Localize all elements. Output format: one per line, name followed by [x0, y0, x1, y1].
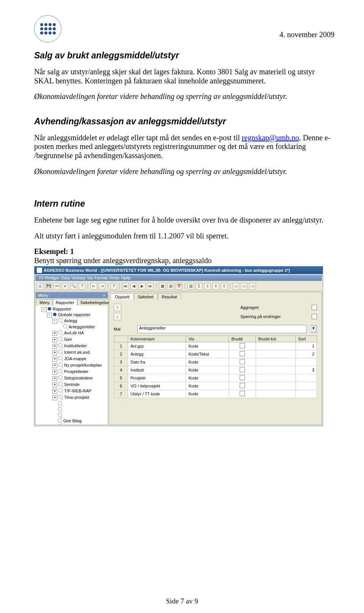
- export1-icon[interactable]: ⇪: [204, 283, 211, 290]
- paragraph: Når salg av utstyr/anlegg skjer skal det…: [34, 67, 334, 85]
- menu-item[interactable]: Verktøy: [71, 276, 85, 280]
- university-logo: [34, 15, 61, 42]
- sum-icon[interactable]: Σ: [196, 283, 202, 290]
- table-row[interactable]: 2AnleggKode/Tekst2: [114, 350, 317, 358]
- section-title-intern: Intern rutine: [34, 199, 334, 209]
- menu-item[interactable]: Format: [94, 276, 108, 280]
- indent-right-icon[interactable]: ⇥: [99, 283, 105, 290]
- grid-icon[interactable]: ▤: [167, 283, 174, 290]
- example-line: Eksempel: 1 Benytt spørring under anlegg…: [34, 247, 334, 265]
- next-icon[interactable]: ▶: [139, 283, 146, 290]
- table-row[interactable]: 1Anl.grpKode1: [114, 342, 317, 350]
- sperring-checkbox[interactable]: [312, 314, 317, 319]
- paragraph-italic: Økonomiavdelingen foretar videre behandl…: [34, 92, 334, 101]
- first-icon[interactable]: ⏮: [122, 283, 129, 290]
- mal-label: Mal: [114, 327, 133, 331]
- agresso-screenshot: AGRESSO Business World - [(UNIVERSITETET…: [34, 266, 323, 426]
- side-tab-meny[interactable]: Meny: [36, 299, 53, 306]
- panel1-icon[interactable]: ▭: [232, 283, 239, 290]
- help-icon[interactable]: ?: [78, 283, 85, 290]
- aggregert-label: Aggregert: [240, 305, 309, 310]
- zoom-icon[interactable]: 🔍: [70, 283, 77, 290]
- menu-item[interactable]: Fil: [39, 276, 44, 280]
- text: Når anleggsmiddelet er ødelagt eller tap…: [34, 133, 242, 142]
- example-text: Benytt spørring under anleggsverdiregnsk…: [34, 256, 212, 265]
- table-row[interactable]: 3Dato fraKode: [114, 358, 317, 366]
- check-icon[interactable]: ✔: [62, 283, 69, 290]
- prev-icon[interactable]: ◀: [130, 283, 137, 290]
- table-row[interactable]: 6VO / delprosjektKode: [114, 382, 317, 390]
- arrow-up-button[interactable]: ↑: [114, 304, 121, 311]
- inner-menubar: Fil Rediger Data Verktøy Vis Format Vind…: [35, 275, 322, 281]
- indent-left-icon[interactable]: ⇤: [90, 283, 97, 290]
- side-tab-soke[interactable]: Søkebetingelser: [77, 299, 114, 306]
- menu-item[interactable]: Hjelp: [121, 276, 131, 280]
- close-icon[interactable]: ×: [103, 293, 105, 298]
- main-tab-sokebet[interactable]: Søkebet: [134, 293, 158, 300]
- last-icon[interactable]: ⏭: [147, 283, 154, 290]
- chevron-down-icon[interactable]: ▾: [311, 325, 317, 333]
- menu-item[interactable]: Vis: [87, 276, 93, 280]
- panel3-icon[interactable]: ▭: [249, 283, 256, 290]
- print-icon[interactable]: ⎙: [37, 283, 44, 290]
- help2-icon[interactable]: ?: [110, 283, 117, 290]
- save-icon[interactable]: 💾: [45, 283, 52, 290]
- section-title-avhending: Avhending/kassasjon av anleggsmiddel/uts…: [34, 116, 334, 127]
- app-icon: [37, 268, 42, 273]
- main-panel: Oppsett Søkebet Resultat ↑ Aggregert ↓ S…: [109, 292, 322, 425]
- side-title: Meny: [38, 293, 48, 298]
- menu-item[interactable]: Vindu: [109, 276, 120, 280]
- example-label: Eksempel: 1: [34, 247, 74, 256]
- aggregert-checkbox[interactable]: [312, 305, 317, 310]
- cal-icon[interactable]: 📅: [176, 283, 182, 290]
- arrow-down-button[interactable]: ↓: [114, 313, 121, 320]
- export2-icon[interactable]: ⇪: [212, 283, 219, 290]
- table-row[interactable]: 5ProsjektKode: [114, 374, 317, 382]
- panel2-icon[interactable]: ▭: [241, 283, 248, 290]
- paragraph: Når anleggsmiddelet er ødelagt eller tap…: [34, 133, 334, 160]
- sperring-label: Sperring på endringer: [240, 314, 309, 319]
- section-title-salg: Salg av brukt anleggsmiddel/utstyr: [34, 50, 334, 61]
- side-tab-rapporter[interactable]: Rapporter: [53, 299, 77, 306]
- mal-select[interactable]: Anleggsmidler: [137, 325, 307, 333]
- window-title: AGRESSO Business World - [(UNIVERSITETET…: [44, 268, 290, 273]
- report-tree[interactable]: −Rapporter −Globale rapporter −Anlegg An…: [36, 306, 108, 425]
- binoculars-icon[interactable]: 👓: [53, 283, 60, 290]
- table-row[interactable]: 4InstituttKode3: [114, 366, 317, 374]
- side-panel: Meny × Meny Rapporter Søkebetingelser −R…: [35, 292, 108, 425]
- email-link[interactable]: regnskap@umb.no: [242, 133, 299, 142]
- columns-table[interactable]: Kolonnenavn Vis Brudd Brudd kol. Sort 1A…: [114, 336, 317, 398]
- menu-item[interactable]: Rediger: [45, 276, 60, 280]
- side-header: Meny ×: [36, 292, 108, 298]
- table-icon[interactable]: ▦: [159, 283, 166, 290]
- paragraph-italic: Økonomiavdelingen foretar videre behandl…: [34, 167, 334, 176]
- paragraph: Alt utstyr ført i anleggsmodulen frem ti…: [34, 232, 334, 241]
- toolbar: ⎙ 💾 👓 ✔ 🔍 ? ⇤ ⇥ ? ⏮ ◀ ▶ ⏭ ▦ ▤ 📅 ▥ Σ ⇪ ⇪ …: [35, 282, 322, 291]
- chart-icon[interactable]: ▥: [187, 283, 194, 290]
- main-tab-resultat[interactable]: Resultat: [158, 293, 181, 300]
- export3-icon[interactable]: ⇪: [221, 283, 228, 290]
- main-tab-oppsett[interactable]: Oppsett: [111, 293, 134, 300]
- window-titlebar: AGRESSO Business World - [(UNIVERSITETET…: [35, 267, 323, 274]
- page-footer: Side 7 av 9: [0, 597, 364, 605]
- menu-item[interactable]: Data: [61, 276, 70, 280]
- document-date: 4. november 2009: [34, 30, 334, 39]
- paragraph: Enhetene bør lage seg egne rutiner for å…: [34, 216, 334, 225]
- table-row[interactable]: 7Utstyr / TT kodeKode: [114, 390, 317, 398]
